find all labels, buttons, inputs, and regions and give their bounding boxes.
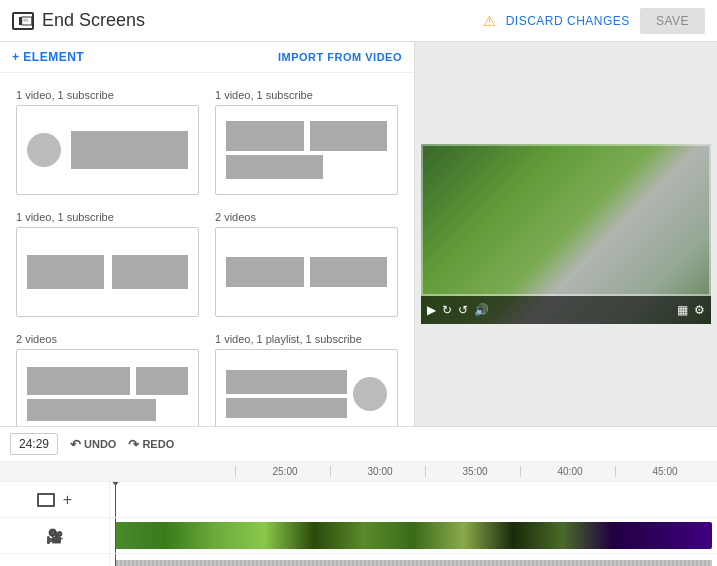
templates-grid: 1 video, 1 subscribe 1 video, 1 subscrib…	[0, 73, 414, 426]
template-preview[interactable]	[16, 227, 199, 317]
template-row	[226, 257, 387, 287]
video-preview: ▶ ↻ ↺ 🔊 ▦ ⚙	[421, 144, 711, 324]
settings-button[interactable]: ⚙	[694, 303, 705, 317]
track-content-video	[110, 518, 717, 553]
ruler-mark: 40:00	[520, 466, 615, 477]
track-add-button[interactable]: +	[63, 491, 72, 509]
import-from-video-button[interactable]: IMPORT FROM VIDEO	[278, 51, 402, 63]
playhead	[115, 482, 116, 517]
undo-button[interactable]: ↶ UNDO	[70, 437, 116, 452]
audio-track-bar	[115, 560, 712, 566]
timeline-tracks: + 🎥 ♫	[0, 482, 717, 566]
template-label: 1 video, 1 subscribe	[16, 89, 199, 101]
ruler-marks: 25:00 30:00 35:00 40:00 45:00	[120, 466, 710, 477]
timeline-controls: 24:29 ↶ UNDO ↷ REDO	[0, 427, 717, 462]
main-content: + ELEMENT IMPORT FROM VIDEO 1 video, 1 s…	[0, 42, 717, 426]
rect-element	[310, 257, 388, 287]
template-row	[226, 121, 387, 151]
template-item[interactable]: 1 video, 1 subscribe	[8, 81, 207, 203]
track-header-video: 🎥	[0, 518, 110, 553]
template-layout-t2	[226, 121, 387, 179]
timeline-ruler: 25:00 30:00 35:00 40:00 45:00	[0, 462, 717, 482]
warning-icon: ⚠	[483, 13, 496, 29]
end-screen-track-icon	[37, 493, 55, 507]
circle-element	[353, 377, 387, 411]
template-preview[interactable]	[16, 349, 199, 426]
template-row	[27, 399, 188, 421]
undo-icon: ↶	[70, 437, 81, 452]
grid-button[interactable]: ▦	[677, 303, 688, 317]
video-track-bar	[115, 522, 712, 549]
svg-rect-1	[23, 18, 28, 21]
template-item[interactable]: 2 videos	[207, 203, 406, 325]
rect-element	[112, 255, 189, 289]
playhead-audio	[115, 554, 116, 566]
save-button[interactable]: SAVE	[640, 8, 705, 34]
undo-label: UNDO	[84, 438, 116, 450]
template-item[interactable]: 1 video, 1 subscribe	[8, 203, 207, 325]
header-actions: ⚠ DISCARD CHANGES SAVE	[483, 8, 705, 34]
track-header-endscreens: +	[0, 482, 110, 517]
template-label: 2 videos	[215, 211, 398, 223]
template-left-col	[226, 370, 347, 418]
redo-button[interactable]: ↷ REDO	[128, 437, 174, 452]
template-item[interactable]: 1 video, 1 subscribe	[207, 81, 406, 203]
discard-changes-button[interactable]: DISCARD CHANGES	[506, 14, 630, 28]
track-row-audio: ♫	[0, 554, 717, 566]
redo-label: REDO	[142, 438, 174, 450]
rect-element	[226, 155, 323, 179]
track-content-audio	[110, 554, 717, 566]
template-item[interactable]: 1 video, 1 playlist, 1 subscribe	[207, 325, 406, 426]
end-screens-icon	[12, 12, 34, 30]
ruler-mark: 45:00	[615, 466, 710, 477]
track-row-endscreens: +	[0, 482, 717, 518]
rect-element	[27, 367, 130, 395]
rect-element	[27, 255, 104, 289]
forward-button[interactable]: ↺	[458, 303, 468, 317]
circle-element	[27, 133, 61, 167]
left-panel: + ELEMENT IMPORT FROM VIDEO 1 video, 1 s…	[0, 42, 415, 426]
playhead-marker	[111, 482, 120, 486]
rect-element	[310, 121, 388, 151]
rect-element	[226, 370, 347, 394]
template-item[interactable]: 2 videos	[8, 325, 207, 426]
template-preview[interactable]	[215, 349, 398, 426]
app-header: End Screens ⚠ DISCARD CHANGES SAVE	[0, 0, 717, 42]
template-layout-t1	[27, 131, 188, 169]
template-label: 1 video, 1 subscribe	[16, 211, 199, 223]
rect-element	[226, 398, 347, 418]
video-preview-panel: ▶ ↻ ↺ 🔊 ▦ ⚙	[415, 42, 717, 426]
timeline-section: 24:29 ↶ UNDO ↷ REDO 25:00 30:00 35:00 40…	[0, 426, 717, 566]
video-track-icon: 🎥	[46, 528, 63, 544]
rect-element	[71, 131, 188, 169]
template-row	[27, 367, 188, 395]
track-header-audio: ♫	[0, 554, 110, 566]
volume-button[interactable]: 🔊	[474, 303, 489, 317]
template-layout-t3	[27, 255, 188, 289]
ruler-mark: 30:00	[330, 466, 425, 477]
template-preview[interactable]	[16, 105, 199, 195]
rect-element	[226, 257, 304, 287]
video-controls-bar[interactable]: ▶ ↻ ↺ 🔊 ▦ ⚙	[421, 296, 711, 324]
page-title: End Screens	[42, 10, 145, 31]
header-left: End Screens	[12, 10, 145, 31]
play-button[interactable]: ▶	[427, 303, 436, 317]
template-layout-t4	[226, 370, 387, 418]
rect-element	[136, 367, 188, 395]
template-toolbar: + ELEMENT IMPORT FROM VIDEO	[0, 42, 414, 73]
template-label: 1 video, 1 subscribe	[215, 89, 398, 101]
playhead-video	[115, 518, 116, 553]
time-display: 24:29	[10, 433, 58, 455]
template-preview[interactable]	[215, 105, 398, 195]
template-layout-2v	[226, 257, 387, 287]
template-layout-2vb	[27, 367, 188, 421]
track-content-endscreens	[110, 482, 717, 517]
template-preview[interactable]	[215, 227, 398, 317]
rect-element	[226, 121, 304, 151]
rewind-button[interactable]: ↻	[442, 303, 452, 317]
template-row	[226, 155, 387, 179]
template-label: 1 video, 1 playlist, 1 subscribe	[215, 333, 398, 345]
ruler-mark: 35:00	[425, 466, 520, 477]
add-element-button[interactable]: + ELEMENT	[12, 50, 84, 64]
track-row-video: 🎥	[0, 518, 717, 554]
